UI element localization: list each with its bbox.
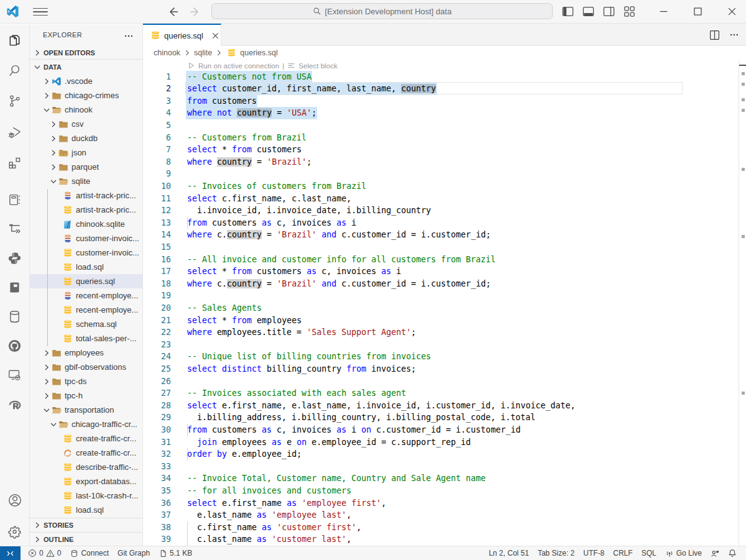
explorer-sidebar: EXPLORER OPEN EDITORS DATA.vscodechicago… (30, 24, 143, 546)
folder-icon (58, 119, 68, 129)
section-outline[interactable]: OUTLINE (30, 532, 142, 546)
folder-open-icon (52, 105, 62, 115)
line-number: 32 (143, 448, 171, 461)
tree-item-sqlite[interactable]: sqlite (30, 174, 142, 188)
tree-item-create-traffic-cr[interactable]: create-traffic-cr... (30, 431, 142, 446)
section-stories[interactable]: STORIES (30, 518, 142, 531)
back-arrow-icon[interactable] (167, 4, 182, 19)
remote-indicator[interactable] (0, 546, 21, 560)
status-go-live[interactable]: Go Live (661, 546, 706, 560)
status-file-size[interactable]: 5.1 KB (154, 546, 196, 560)
close-window-button[interactable] (725, 4, 738, 18)
editor-content[interactable]: Run on active connection|Select block 12… (143, 60, 746, 546)
minimize-button[interactable] (657, 4, 670, 18)
command-center-search[interactable]: [Extension Development Host] data (211, 3, 553, 19)
tree-item-last-10k-crash-r[interactable]: last-10k-crash-r... (30, 489, 142, 503)
editor-more-actions-icon[interactable] (727, 28, 741, 42)
tree-item-csv[interactable]: csv (30, 117, 142, 131)
status-label: Go Live (676, 549, 702, 558)
tree-item-employees[interactable]: employees (30, 346, 142, 360)
status-label: SQL (642, 549, 656, 558)
activity-pipelines-icon[interactable] (0, 216, 29, 241)
close-tab-icon[interactable] (211, 29, 221, 42)
menu-icon[interactable] (33, 5, 48, 19)
line-number: 18 (143, 278, 171, 290)
activity-python-icon[interactable] (0, 246, 29, 270)
tree-item-describe-traffic[interactable]: describe-traffic-... (30, 460, 142, 474)
tree-item-tpc-h[interactable]: tpc-h (30, 388, 142, 403)
status-feedback[interactable] (706, 546, 724, 560)
tree-item-create-traffic-cr[interactable]: create-traffic-cr... (30, 446, 142, 460)
svg-text:{..}: {..} (58, 150, 68, 156)
codelens-select[interactable]: Select block (298, 62, 338, 70)
code-line-10: -- Invoices of customers from Brazil (187, 180, 366, 193)
status-connect[interactable]: Connect (65, 546, 113, 560)
toggle-panel-icon[interactable] (582, 4, 594, 18)
tree-item-chicago-crimes[interactable]: chicago-crimes (30, 88, 142, 103)
word-highlight: country (227, 279, 262, 288)
tree-item-json[interactable]: {..}json (30, 145, 142, 160)
code-line-28: select e.first_name, e.last_name, i.invo… (187, 400, 575, 412)
status-git-graph[interactable]: Git Graph (113, 546, 154, 560)
select-block-icon[interactable] (287, 62, 295, 70)
customize-layout-icon[interactable] (623, 4, 635, 18)
status-encoding[interactable]: UTF-8 (579, 546, 609, 560)
status-indentation[interactable]: Tab Size: 2 (533, 546, 579, 560)
codelens-run[interactable]: Run on active connection (198, 62, 279, 70)
line-number: 26 (143, 375, 171, 388)
tree-item-label: load.sql (76, 505, 104, 515)
csv-db-icon (63, 234, 73, 244)
activity-database-icon[interactable] (0, 304, 29, 329)
activity-live-preview-icon[interactable] (0, 362, 29, 387)
db-yellow-icon (63, 319, 73, 329)
activity-jupyter-icon[interactable] (0, 275, 29, 300)
activity-settings-icon[interactable] (0, 519, 29, 544)
tree-item-label: chinook (65, 105, 93, 114)
chevron-right-icon (32, 520, 42, 530)
line-number: 30 (143, 424, 171, 436)
line-number: 35 (143, 485, 171, 497)
tree-item-vscode[interactable]: .vscode (30, 74, 142, 88)
tree-item-label: create-traffic-cr... (76, 448, 136, 457)
status-label: Connect (81, 549, 109, 558)
activity-notebooks-icon[interactable] (0, 187, 29, 212)
activity-explorer-icon[interactable] (0, 27, 29, 52)
status-eol[interactable]: CRLF (609, 546, 637, 560)
tree-item-duckdb[interactable]: duckdb (30, 131, 142, 145)
overview-ruler[interactable] (739, 60, 746, 546)
toggle-secondary-sidebar-icon[interactable] (602, 4, 615, 18)
status-notifications[interactable] (724, 546, 741, 560)
status-problems[interactable]: 00 (24, 546, 65, 560)
tree-item-transportation[interactable]: transportation (30, 403, 142, 417)
activity-source-control-icon[interactable] (0, 88, 29, 113)
tree-item-label: customer-invoic... (76, 248, 139, 257)
tree-item-chicago-traffic-cr[interactable]: chicago-traffic-cr... (30, 417, 142, 431)
tree-item-load-sql[interactable]: load.sql (30, 503, 142, 517)
tree-item-export-databas[interactable]: export-databas... (30, 474, 142, 489)
tree-item-gbif-observations[interactable]: gbif-observations (30, 360, 142, 374)
status-cursor-position[interactable]: Ln 2, Col 51 (484, 546, 533, 560)
breadcrumb-chinook[interactable]: chinook (154, 48, 180, 57)
status-language-mode[interactable]: SQL (637, 546, 661, 560)
activity-extensions-icon[interactable] (0, 150, 29, 175)
tree-item-chinook[interactable]: chinook (30, 103, 142, 117)
tab-queries-sql[interactable]: queries.sql (143, 24, 221, 46)
split-editor-icon[interactable] (707, 28, 721, 42)
run-icon[interactable] (187, 62, 195, 70)
tree-item-parquet[interactable]: parquet (30, 160, 142, 174)
activity-search-icon[interactable] (0, 58, 29, 83)
breadcrumb-queries-sql[interactable]: queries.sql (240, 48, 277, 57)
activity-run-debug-icon[interactable] (0, 119, 29, 144)
activity-r-lang-icon[interactable] (0, 392, 29, 416)
tree-item-data[interactable]: DATA (30, 60, 142, 74)
forward-arrow-icon[interactable] (186, 4, 201, 19)
activity-github-icon[interactable] (0, 333, 29, 358)
views-more-actions-icon[interactable] (122, 29, 136, 43)
breadcrumb-sqlite[interactable]: sqlite (194, 48, 212, 57)
maximize-button[interactable] (691, 4, 704, 18)
status-label: CRLF (613, 549, 632, 558)
tree-item-tpc-ds[interactable]: tpc-ds (30, 374, 142, 388)
activity-account-icon[interactable] (0, 488, 29, 513)
toggle-sidebar-icon[interactable] (561, 4, 574, 18)
section-open-editors[interactable]: OPEN EDITORS (30, 46, 142, 60)
